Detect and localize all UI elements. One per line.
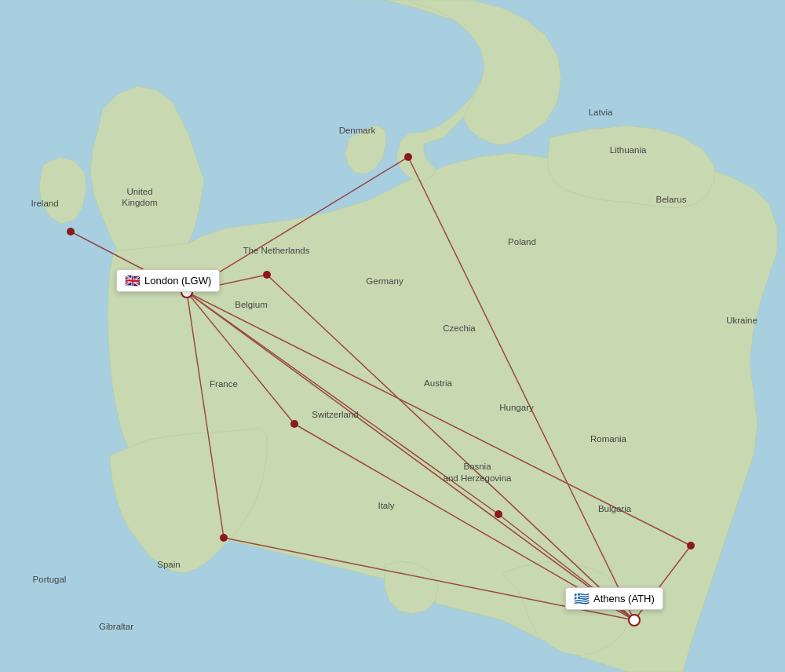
svg-text:Poland: Poland: [508, 237, 536, 247]
athens-tooltip: 🇬🇷 Athens (ATH): [565, 587, 663, 610]
svg-text:United: United: [126, 187, 152, 196]
gb-flag-icon: 🇬🇧: [125, 273, 141, 288]
svg-point-15: [67, 228, 75, 236]
london-tooltip: 🇬🇧 London (LGW): [116, 269, 220, 292]
svg-text:Denmark: Denmark: [339, 126, 376, 135]
svg-text:Spain: Spain: [157, 560, 180, 569]
london-label: London (LGW): [144, 275, 211, 287]
svg-point-16: [404, 153, 412, 161]
svg-text:Belarus: Belarus: [656, 195, 687, 204]
svg-text:Kingdom: Kingdom: [122, 198, 157, 207]
map-svg: Ireland United Kingdom Denmark Latvia Li…: [0, 0, 785, 672]
svg-text:Latvia: Latvia: [589, 108, 613, 117]
svg-text:France: France: [210, 379, 238, 389]
svg-text:Lithuania: Lithuania: [610, 145, 647, 155]
svg-text:Bosnia: Bosnia: [463, 462, 491, 471]
svg-point-19: [220, 534, 228, 542]
svg-text:Switzerland: Switzerland: [312, 410, 358, 419]
svg-text:Hungary: Hungary: [499, 403, 534, 412]
svg-text:Bulgaria: Bulgaria: [598, 504, 632, 513]
svg-text:Austria: Austria: [424, 378, 452, 388]
gr-flag-icon: 🇬🇷: [574, 591, 590, 606]
svg-text:Czechia: Czechia: [443, 323, 476, 333]
svg-text:Gibraltar: Gibraltar: [99, 622, 133, 631]
svg-point-21: [687, 542, 695, 550]
svg-text:Belgium: Belgium: [235, 300, 268, 309]
svg-point-23: [629, 615, 640, 626]
svg-point-17: [263, 271, 271, 279]
svg-point-20: [495, 510, 502, 518]
map-container: Ireland United Kingdom Denmark Latvia Li…: [0, 0, 785, 672]
svg-text:Ukraine: Ukraine: [726, 316, 758, 325]
svg-point-18: [290, 420, 298, 428]
svg-text:The Netherlands: The Netherlands: [243, 246, 309, 255]
svg-text:Portugal: Portugal: [33, 575, 67, 584]
svg-text:and Herzegovina: and Herzegovina: [444, 473, 513, 483]
svg-text:Romania: Romania: [590, 434, 627, 444]
svg-text:Ireland: Ireland: [31, 199, 58, 208]
svg-text:Germany: Germany: [366, 276, 403, 286]
athens-label: Athens (ATH): [593, 593, 655, 604]
svg-text:Italy: Italy: [378, 501, 394, 510]
